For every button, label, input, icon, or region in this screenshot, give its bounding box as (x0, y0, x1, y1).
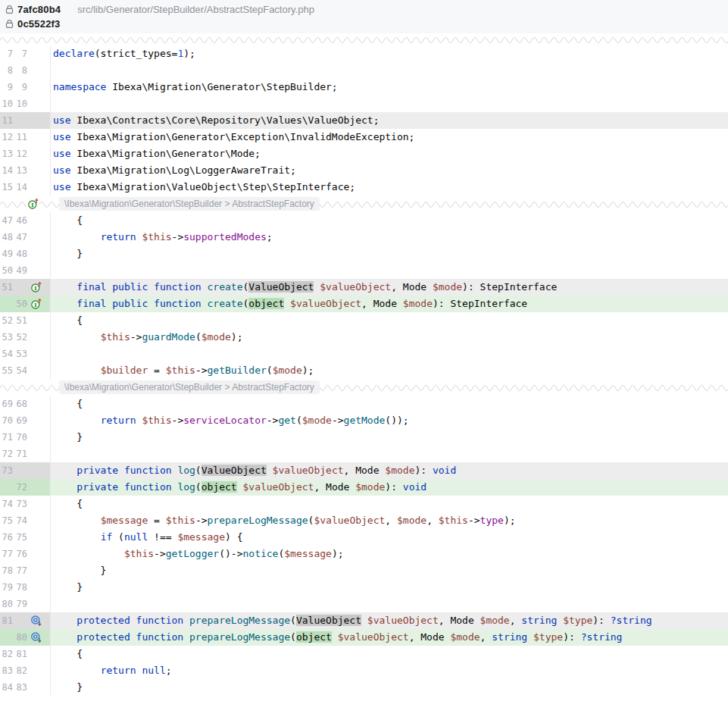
gutter: 7170 (0, 429, 50, 446)
diff-line[interactable]: 7877 } (0, 562, 728, 579)
implements-method-icon[interactable]: I (27, 198, 39, 210)
diff-line[interactable]: 5251 { (0, 312, 728, 329)
diff-line[interactable]: 7776 $this->getLogger()->notice($message… (0, 546, 728, 562)
diff-line[interactable]: 5453 (0, 346, 728, 362)
implements-method-icon[interactable]: I (27, 298, 50, 310)
gutter: 80 (0, 629, 50, 646)
diff-line-added[interactable]: 72 private function log(object $valueObj… (0, 479, 728, 496)
diff-line[interactable]: 7675 if (null !== $message) { (0, 529, 728, 546)
line-number-old: 78 (0, 565, 13, 576)
diff-line-added[interactable]: 50I final public function create(object … (0, 296, 728, 312)
line-number-old: 9 (0, 82, 13, 92)
diff-line[interactable]: 1010 (0, 95, 728, 112)
diff-top-separator (0, 33, 728, 45)
line-number-new: 11 (14, 132, 27, 142)
diff-line[interactable]: 88 (0, 62, 728, 79)
breadcrumb-label[interactable]: \Ibexa\Migration\Generator\StepBuilder >… (59, 380, 320, 394)
method-overridden-icon[interactable] (27, 615, 50, 627)
code-content: namespace Ibexa\Migration\Generator\Step… (50, 79, 728, 95)
gutter: 5049 (0, 262, 50, 279)
diff-line-removed[interactable]: 11use Ibexa\Contracts\Core\Repository\Va… (0, 112, 728, 129)
gutter: 72 (0, 479, 50, 496)
diff-line[interactable]: 5049 (0, 262, 728, 279)
code-content (50, 262, 728, 279)
diff-line[interactable]: 1514use Ibexa\Migration\ValueObject\Step… (0, 179, 728, 196)
line-number-new: 9 (14, 82, 27, 92)
diff-editor[interactable]: 77declare(strict_types=1);8899namespace … (0, 33, 728, 696)
line-number-new: 81 (14, 649, 27, 659)
line-number-old: 84 (0, 682, 13, 693)
code-content: $this->getLogger()->notice($message); (50, 546, 728, 562)
diff-line[interactable]: 8281 { (0, 646, 728, 662)
diff-line[interactable]: 8483 } (0, 679, 728, 696)
code-content: protected function prepareLogMessage(obj… (50, 629, 728, 646)
line-number-old: 72 (0, 449, 13, 459)
code-content: } (50, 579, 728, 596)
diff-line[interactable]: 7271 (0, 446, 728, 462)
line-number-old: 79 (0, 582, 13, 593)
gutter: 8281 (0, 646, 50, 662)
diff-line[interactable]: 7978 } (0, 579, 728, 596)
svg-text:I: I (30, 201, 33, 208)
gutter: 5251 (0, 312, 50, 329)
diff-line[interactable]: 7170 } (0, 429, 728, 446)
line-number-old: 76 (0, 532, 13, 543)
diff-line[interactable]: 7473 { (0, 496, 728, 512)
line-number-old: 15 (0, 182, 13, 192)
code-content: } (50, 562, 728, 579)
gutter: 1010 (0, 95, 50, 112)
code-content (50, 346, 728, 362)
code-content (50, 446, 728, 462)
line-number-new: 71 (14, 449, 27, 459)
commit-hash-old: 7afc80b4 (17, 4, 61, 15)
diff-line-removed[interactable]: 81 protected function prepareLogMessage(… (0, 612, 728, 629)
diff-line[interactable]: 99namespace Ibexa\Migration\Generator\St… (0, 79, 728, 95)
diff-line[interactable]: 8382 return null; (0, 662, 728, 679)
code-content: final public function create(object $val… (50, 296, 728, 312)
gutter: 8079 (0, 596, 50, 612)
code-content: private function log(object $valueObject… (50, 479, 728, 496)
gutter: 5352 (0, 329, 50, 346)
gutter: 7978 (0, 579, 50, 596)
gutter: 5554 (0, 362, 50, 379)
code-content: { (50, 396, 728, 412)
code-content: { (50, 312, 728, 329)
diff-line[interactable]: 1211use Ibexa\Migration\Generator\Except… (0, 129, 728, 146)
diff-line[interactable]: 1413use Ibexa\Migration\Log\LoggerAwareT… (0, 162, 728, 179)
diff-line[interactable]: 4746 { (0, 212, 728, 229)
diff-line[interactable]: 5352 $this->guardMode($mode); (0, 329, 728, 346)
diff-line-removed[interactable]: 51I final public function create(ValueOb… (0, 279, 728, 296)
line-number-new: 77 (14, 565, 27, 576)
diff-line[interactable]: 4847 return $this->supportedModes; (0, 229, 728, 246)
line-number-old: 69 (0, 399, 13, 409)
implements-method-icon[interactable]: I (27, 281, 50, 293)
diff-line[interactable]: 4948 } (0, 246, 728, 262)
line-number-old: 75 (0, 515, 13, 526)
line-number-new: 73 (14, 499, 27, 509)
code-content: declare(strict_types=1); (50, 45, 728, 62)
line-number-old: 80 (0, 599, 13, 609)
collapsed-region-separator: \Ibexa\Migration\Generator\StepBuilder >… (0, 379, 728, 396)
code-content: } (50, 246, 728, 262)
diff-line[interactable]: 8079 (0, 596, 728, 612)
code-content: use Ibexa\Migration\Generator\Mode; (50, 146, 728, 162)
line-number-new: 83 (14, 682, 27, 693)
method-overridden-icon[interactable] (27, 631, 50, 643)
diff-line-removed[interactable]: 73 private function log(ValueObject $val… (0, 462, 728, 479)
line-number-new: 49 (14, 265, 27, 276)
diff-line-added[interactable]: 80 protected function prepareLogMessage(… (0, 629, 728, 646)
line-number-new: 53 (14, 349, 27, 359)
line-number-new: 68 (14, 399, 27, 409)
line-number-old: 71 (0, 432, 13, 443)
diff-line[interactable]: 7069 return $this->serviceLocator->get($… (0, 412, 728, 429)
diff-line[interactable]: 77declare(strict_types=1); (0, 45, 728, 62)
diff-line[interactable]: 1312use Ibexa\Migration\Generator\Mode; (0, 146, 728, 162)
gutter: 77 (0, 45, 50, 62)
diff-line[interactable]: 5554 $builder = $this->getBuilder($mode)… (0, 362, 728, 379)
line-number-new: 54 (14, 365, 27, 376)
diff-line[interactable]: 7574 $message = $this->prepareLogMessage… (0, 512, 728, 529)
breadcrumb-label[interactable]: \Ibexa\Migration\Generator\StepBuilder >… (59, 197, 320, 211)
diff-line[interactable]: 6968 { (0, 396, 728, 412)
gutter: 11 (0, 112, 50, 129)
code-content: use Ibexa\Migration\ValueObject\Step\Ste… (50, 179, 728, 196)
